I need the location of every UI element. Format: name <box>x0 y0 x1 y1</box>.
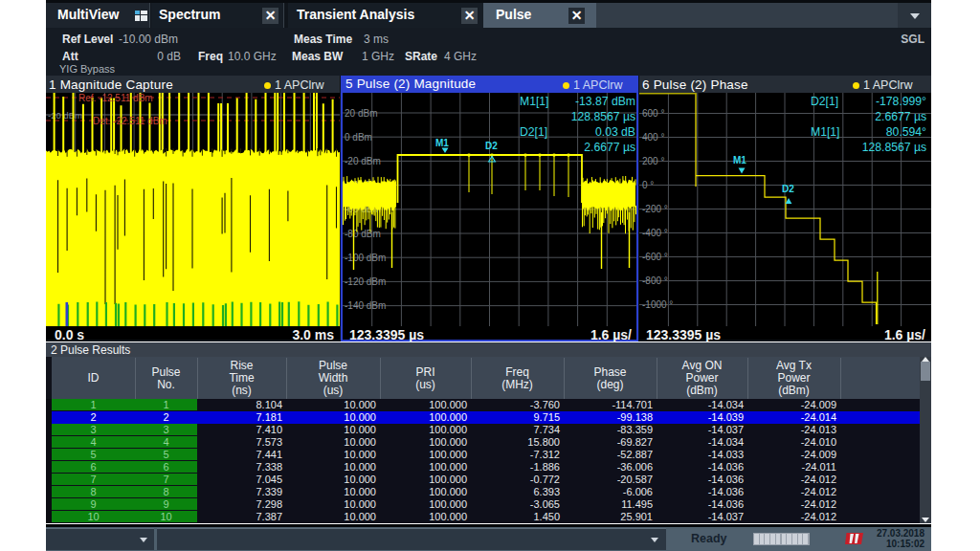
svg-text:D2: D2 <box>782 184 794 194</box>
svg-text:M1[1]: M1[1] <box>811 125 839 139</box>
svg-text:-140 dBm: -140 dBm <box>345 300 386 311</box>
svg-text:-600 °: -600 ° <box>642 252 668 262</box>
svg-text:-178.999°: -178.999° <box>876 95 926 108</box>
svg-text:-13.87 dBm: -13.87 dBm <box>575 95 635 108</box>
svg-text:0 °: 0 ° <box>642 180 654 190</box>
svg-text:-200 °: -200 ° <box>642 204 668 214</box>
svg-text:D2: D2 <box>485 141 498 151</box>
svg-text:200 °: 200 ° <box>642 156 664 166</box>
svg-text:M1: M1 <box>733 155 746 165</box>
svg-text:D2[1]: D2[1] <box>520 125 547 139</box>
svg-text:M1: M1 <box>435 138 449 148</box>
svg-text:2.6677 µs: 2.6677 µs <box>875 110 926 123</box>
svg-text:-1000 °: -1000 ° <box>642 299 673 310</box>
svg-text:600 °: 600 ° <box>642 108 664 119</box>
svg-text:-120 dBm: -120 dBm <box>345 276 386 287</box>
svg-text:0 dBm: 0 dBm <box>345 132 372 143</box>
svg-text:-800 °: -800 ° <box>642 276 668 286</box>
svg-text:20 dBm: 20 dBm <box>345 108 377 119</box>
svg-text:-20 dBm: -20 dBm <box>48 110 82 121</box>
svg-text:128.8567 µs: 128.8567 µs <box>862 141 926 154</box>
svg-text:Det. -22.511 dBm: Det. -22.511 dBm <box>93 116 167 126</box>
svg-text:0.03 dB: 0.03 dB <box>595 125 635 139</box>
svg-text:-20 dBm: -20 dBm <box>345 156 381 166</box>
svg-text:80.594°: 80.594° <box>886 125 926 139</box>
svg-text:-100 dBm: -100 dBm <box>345 253 386 263</box>
svg-text:2.6677 µs: 2.6677 µs <box>584 141 635 154</box>
svg-text:D2[1]: D2[1] <box>811 95 838 108</box>
svg-text:128.8567 µs: 128.8567 µs <box>571 110 635 123</box>
svg-text:-80 dBm: -80 dBm <box>345 229 381 239</box>
svg-text:-400 °: -400 ° <box>642 228 668 238</box>
svg-text:400 °: 400 ° <box>642 132 664 143</box>
svg-text:M1[1]: M1[1] <box>520 95 548 108</box>
svg-text:Ref. -12.511 dBm: Ref. -12.511 dBm <box>78 93 153 103</box>
